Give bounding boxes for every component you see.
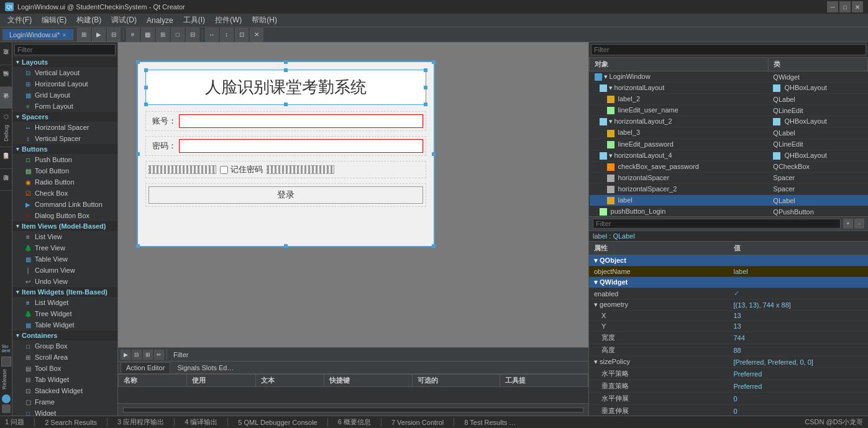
- sidebar-icon-welcome[interactable]: ⌂: [1, 46, 12, 57]
- section-spacers[interactable]: ▾ Spacers: [12, 112, 117, 122]
- widget-item-tree-widget[interactable]: 🌲 Tree Widget: [12, 308, 117, 319]
- sidebar-icon-release[interactable]: [1, 357, 11, 367]
- status-test-results[interactable]: 8 Test Results …: [464, 419, 516, 426]
- widget-item-push-button[interactable]: □ Push Button: [12, 154, 117, 165]
- obj-row-label3[interactable]: label_3 QLabel: [590, 127, 868, 139]
- prop-row-objectname[interactable]: objectName label: [589, 266, 868, 277]
- menu-analyze[interactable]: Analyze: [142, 15, 178, 26]
- widget-item-table-view[interactable]: ▦ Table View: [12, 253, 117, 265]
- toolbar-btn-10[interactable]: ↕: [220, 28, 234, 42]
- label-handle-tm[interactable]: [284, 68, 288, 72]
- menu-tools[interactable]: 工具(I): [178, 14, 210, 27]
- status-qml-debug[interactable]: 5 QML Debugger Console: [238, 419, 317, 426]
- widget-item-undo-view[interactable]: ↩ Undo View: [12, 276, 117, 287]
- prop-row-vstretch[interactable]: 垂直伸展 0: [589, 405, 868, 416]
- obj-row-hlayout2[interactable]: ▾ horizontalLayout_2 QHBoxLayout: [590, 116, 868, 127]
- close-button[interactable]: ✕: [852, 1, 863, 12]
- resize-handle-bl[interactable]: [136, 244, 140, 248]
- prop-row-geometry[interactable]: ▾ geometry [(13, 13), 744 x 88]: [589, 299, 868, 311]
- toolbar-btn-2[interactable]: ▶: [92, 28, 106, 42]
- toolbar-btn-3[interactable]: ⊟: [107, 28, 121, 42]
- status-version-control[interactable]: 7 Version Control: [391, 419, 444, 426]
- obj-row-checkbox-save[interactable]: checkBox_save_password QCheckBox: [590, 161, 868, 172]
- sidebar-icon-edit[interactable]: ✏: [1, 68, 12, 79]
- section-containers[interactable]: ▾ Containers: [12, 330, 117, 340]
- prop-row-vpolicy[interactable]: 垂直策略 Preferred: [589, 380, 868, 393]
- widget-item-column-view[interactable]: | Column View: [12, 265, 117, 276]
- property-filter-input[interactable]: [593, 219, 841, 229]
- widget-item-tool-button[interactable]: ▤ Tool Button: [12, 165, 117, 176]
- obj-row-loginwindow[interactable]: ▾ LoginWindow QWidget: [590, 71, 868, 83]
- resize-handle-bm[interactable]: [284, 244, 288, 248]
- obj-row-hlayout4[interactable]: ▾ horizontalLayout_4 QHBoxLayout: [590, 150, 868, 161]
- sidebar-icon-help[interactable]: ?: [1, 171, 12, 183]
- toolbar-btn-4[interactable]: ≡: [126, 28, 140, 42]
- menu-controls[interactable]: 控件(W): [210, 14, 247, 27]
- label-handle-bm[interactable]: [284, 102, 288, 106]
- prop-row-hstretch[interactable]: 水平伸展 0: [589, 393, 868, 405]
- widget-item-horizontal-spacer[interactable]: ↔ Horizontal Spacer: [12, 122, 117, 133]
- menu-edit[interactable]: 编辑(E): [37, 14, 71, 27]
- toolbar-btn-12[interactable]: ✕: [250, 28, 263, 42]
- widget-item-dialog-button-box[interactable]: ✕ Dialog Button Box: [12, 210, 117, 221]
- widget-item-radio-button[interactable]: ◉ Radio Button: [12, 176, 117, 188]
- resize-handle-tr[interactable]: [432, 60, 436, 64]
- widget-item-command-link[interactable]: ▶ Command Link Button: [12, 199, 117, 210]
- widget-item-frame[interactable]: ▢ Frame: [12, 396, 117, 408]
- editor-tab-close[interactable]: ×: [62, 31, 66, 39]
- obj-row-hlayout[interactable]: ▾ horizontalLayout QHBoxLayout: [590, 83, 868, 94]
- status-issues[interactable]: 1 问题: [5, 417, 24, 427]
- obj-row-lineedit-user[interactable]: lineEdit_user_name QLineEdit: [590, 105, 868, 116]
- bottom-toolbar-btn-3[interactable]: ⊞: [143, 350, 153, 360]
- minimize-button[interactable]: ─: [827, 1, 838, 12]
- sidebar-run-btn[interactable]: [2, 394, 11, 403]
- toolbar-btn-9[interactable]: ↔: [205, 28, 219, 42]
- section-buttons[interactable]: ▾ Buttons: [12, 144, 117, 154]
- widget-filter-input[interactable]: [14, 44, 116, 55]
- label-handle-tl[interactable]: [144, 68, 148, 72]
- prop-row-width[interactable]: 宽度 744: [589, 332, 868, 344]
- obj-row-label[interactable]: label QLabel: [590, 195, 868, 206]
- resize-handle-tl[interactable]: [136, 60, 140, 64]
- password-input[interactable]: [179, 139, 423, 153]
- widget-item-tool-box[interactable]: ▤ Tool Box: [12, 363, 117, 374]
- login-button[interactable]: 登录: [148, 186, 423, 204]
- widget-item-vertical-spacer[interactable]: ↕ Vertical Spacer: [12, 133, 117, 144]
- toolbar-btn-6[interactable]: ⊞: [156, 28, 170, 42]
- toolbar-btn-5[interactable]: ▦: [141, 28, 155, 42]
- prop-row-hpolicy[interactable]: 水平策略 Preferred: [589, 368, 868, 380]
- status-summary[interactable]: 6 概要信息: [338, 417, 371, 427]
- label-handle-ml[interactable]: [144, 86, 148, 89]
- bottom-horizontal-scrollbar[interactable]: [123, 408, 583, 412]
- bottom-toolbar-btn-2[interactable]: ⊟: [132, 350, 142, 360]
- widget-item-stacked-widget[interactable]: ⊡ Stacked Widget: [12, 385, 117, 396]
- resize-handle-br[interactable]: [432, 244, 436, 248]
- widget-item-table-widget[interactable]: ▦ Table Widget: [12, 319, 117, 330]
- obj-row-lineedit-pass[interactable]: lineEdit_password QLineEdit: [590, 139, 868, 150]
- prop-add-btn[interactable]: +: [843, 219, 853, 229]
- status-search[interactable]: 2 Search Results: [45, 419, 97, 426]
- sidebar-icon-student[interactable]: Student: [1, 343, 12, 354]
- bottom-toolbar-btn-1[interactable]: ▶: [121, 350, 130, 360]
- label-handle-tr[interactable]: [424, 68, 427, 72]
- menu-help[interactable]: 帮助(H): [247, 14, 282, 27]
- obj-row-hspacer[interactable]: horizontalSpacer Spacer: [590, 172, 868, 183]
- toolbar-btn-11[interactable]: ⊡: [235, 28, 249, 42]
- sidebar-icon-debug[interactable]: ⬡: [1, 111, 12, 122]
- editor-tab-loginwindow[interactable]: LoginWindow.ui* ×: [2, 29, 73, 40]
- maximize-button[interactable]: □: [839, 1, 851, 12]
- prop-row-sizepolicy[interactable]: ▾ sizePolicy [Preferred, Preferred, 0, 0…: [589, 357, 868, 368]
- status-app-output[interactable]: 3 应用程序输出: [117, 417, 164, 427]
- object-filter-input[interactable]: [591, 44, 866, 55]
- remember-checkbox[interactable]: [220, 166, 228, 174]
- resize-handle-mr[interactable]: [432, 152, 436, 156]
- widget-item-list-view[interactable]: ≡ List View: [12, 231, 117, 242]
- prop-remove-btn[interactable]: -: [854, 219, 864, 229]
- obj-row-label2[interactable]: label_2 QLabel: [590, 94, 868, 105]
- sidebar-icon-projects[interactable]: 📋: [1, 150, 12, 161]
- section-layouts[interactable]: ▾ Layouts: [12, 57, 117, 67]
- widget-item-vertical-layout[interactable]: ⊟ Vertical Layout: [12, 67, 117, 78]
- toolbar-btn-1[interactable]: ⊞: [77, 28, 91, 42]
- label-handle-br[interactable]: [424, 102, 427, 106]
- widget-item-grid-layout[interactable]: ▦ Grid Layout: [12, 89, 117, 101]
